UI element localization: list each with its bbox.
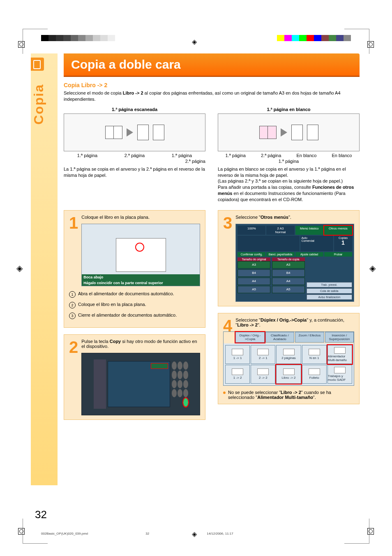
crop-mark: [23, 519, 48, 544]
diagram-labels: 1.ª página 2.ª página 1.ª página: [64, 153, 205, 158]
registration-mark: [18, 528, 25, 535]
diagram-label: 2.ª página: [64, 159, 205, 164]
step-text: Seleccione "Dúplex / Orig.->Copia" y, a …: [235, 317, 354, 327]
steps-right-col: 3 Seleccione "Otros menús". 100% 2 A3Nor…: [218, 210, 360, 426]
footer-file: 002Basic_OP(UK)020_039.pmd: [41, 532, 88, 535]
note-bullet: No se puede seleccionar "Libro -> 2" cua…: [223, 390, 354, 400]
footer: 002Basic_OP(UK)020_039.pmd 32 14/12/2006…: [41, 532, 233, 535]
intro-text: Seleccione el modo de copia Libro -> 2 a…: [64, 90, 360, 103]
diagram-caption: La 1.ª página se copia en el anverso y l…: [64, 166, 205, 178]
diagram-left: 1.ª página escaneada 1.ª página 2.ª pági…: [64, 107, 205, 203]
step-number: 3: [223, 215, 232, 231]
crop-mark: [344, 519, 369, 544]
step-1: 1 Coloque el libro en la placa plana. Bo…: [64, 210, 205, 328]
step-text: Coloque el libro en la placa plana.: [81, 215, 200, 220]
step-2: 2 Pulse la tecla Copy si hay otro modo d…: [64, 334, 205, 420]
diagram-labels: 1.ª página 2.ª página En blanco En blanc…: [218, 153, 360, 158]
step-number: 4: [223, 317, 232, 334]
color-bar: [277, 35, 351, 41]
section-tab-icon: [31, 58, 44, 71]
overlay-label: Boca abajo: [82, 274, 200, 280]
section-label: Copia: [31, 84, 46, 125]
substep-text: Cierre el alimentador de documentos auto…: [78, 313, 177, 319]
step-number: 2: [69, 339, 78, 355]
diagram-right: 1.ª página en blanco 1.ª página 2.ª pági…: [218, 107, 360, 203]
diagram-row: 1.ª página escaneada 1.ª página 2.ª pági…: [64, 107, 360, 203]
diagram-heading: 1.ª página en blanco: [218, 107, 360, 112]
registration-mark: [367, 41, 374, 48]
step-3: 3 Seleccione "Otros menús". 100% 2 A3Nor…: [218, 210, 360, 306]
bullet-icon: [223, 392, 226, 394]
content-area: Copia a doble cara Copia Libro -> 2 Sele…: [31, 53, 360, 426]
fold-mark-icon: ◈: [369, 263, 376, 273]
touchscreen-illustration: 100% 2 A3Normal Menú básico Otros menús …: [235, 224, 354, 302]
footer-date: 14/12/2006, 11:17: [207, 532, 233, 535]
registration-mark: [367, 528, 374, 535]
steps-grid: 1 Coloque el libro en la placa plana. Bo…: [64, 210, 360, 426]
registration-mark: [18, 41, 25, 48]
substep-number-icon: 1: [69, 291, 76, 298]
diagram-illustration: [218, 114, 360, 151]
diagram-caption: La página en blanco se copia en el anver…: [218, 166, 360, 203]
crop-mark: [23, 29, 48, 54]
diagram-heading: 1.ª página escaneada: [64, 107, 205, 112]
device-panel-illustration: [81, 353, 200, 415]
step-text: Pulse la tecla Copy si hay otro modo de …: [81, 339, 200, 349]
page-title: Copia a doble cara: [64, 53, 360, 77]
substeps: 1Abra el alimentador de documentos autom…: [69, 291, 200, 319]
substep-text: Coloque el libro en la placa plana.: [78, 302, 146, 308]
substep-number-icon: 3: [69, 313, 76, 319]
step-4: 4 Seleccione "Dúplex / Orig.->Copia" y, …: [218, 313, 360, 404]
color-bar: [41, 35, 115, 41]
steps-left-col: 1 Coloque el libro en la placa plana. Bo…: [64, 210, 205, 426]
subtitle: Copia Libro -> 2: [64, 82, 360, 88]
touchscreen-illustration: Dúplex / Orig.->Copia Clasificado / Acab…: [223, 331, 354, 386]
diagram-illustration: [64, 114, 205, 151]
diagram-label: 1.ª página: [218, 159, 360, 164]
overlay-label: Hágalo coincidir con la parte central su…: [82, 280, 200, 286]
footer-page: 32: [145, 532, 149, 535]
note-text: No se puede seleccionar "Libro -> 2" cua…: [228, 390, 354, 400]
manual-page: ◈ ◈ ◈ ◈ Copia Copia a doble cara Copia L…: [0, 0, 392, 556]
scanner-illustration: Boca abajo Hágalo coincidir con la parte…: [81, 224, 200, 286]
step-text: Seleccione "Otros menús".: [235, 215, 354, 220]
fold-mark-icon: ◈: [192, 38, 197, 46]
fold-mark-icon: ◈: [16, 263, 23, 273]
substep-text: Abra el alimentador de documentos automá…: [78, 291, 174, 298]
step-number: 1: [69, 215, 78, 231]
crop-mark: [344, 29, 369, 54]
substep-number-icon: 2: [69, 302, 76, 308]
page-number: 32: [35, 508, 47, 521]
